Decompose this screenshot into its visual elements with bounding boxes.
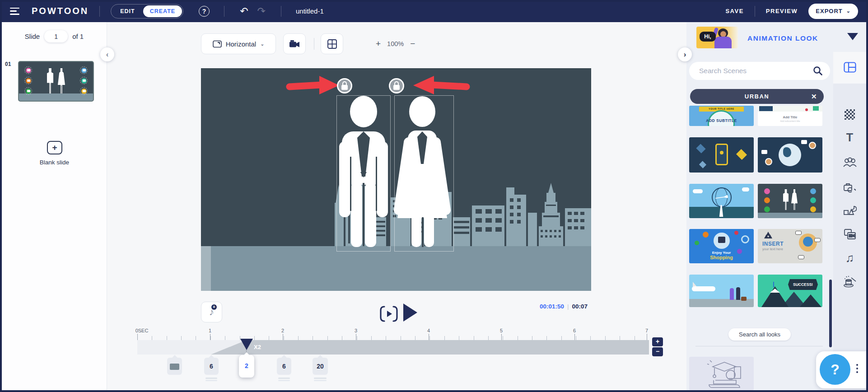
- specials-icon: [843, 275, 857, 288]
- kebab-menu-icon[interactable]: [856, 364, 858, 373]
- search-icon[interactable]: [813, 66, 823, 76]
- slide-canvas[interactable]: [201, 68, 591, 291]
- ruler-label-7: 7: [645, 328, 648, 333]
- thumb-icon-yellow: [80, 87, 88, 95]
- search-placeholder: Search Scenes: [699, 67, 813, 75]
- sidebar-item-specials[interactable]: [833, 270, 866, 293]
- lock-icon-man[interactable]: [337, 78, 352, 93]
- panel-dropdown-caret[interactable]: [847, 33, 858, 40]
- sidebar-item-media[interactable]: [833, 223, 866, 246]
- zoom-in-button[interactable]: +: [376, 39, 381, 49]
- look-thumb-global-network[interactable]: [758, 137, 822, 173]
- collapse-left-panel-button[interactable]: ‹: [100, 47, 114, 61]
- ruler-label-4: 4: [427, 328, 430, 333]
- education-sketch-icon: [689, 357, 754, 390]
- preview-button[interactable]: PREVIEW: [766, 8, 798, 14]
- timeline-marker-1[interactable]: 6: [204, 358, 219, 375]
- look-thumb-insert-text[interactable]: INSERT your text here: [758, 229, 822, 263]
- help-icon[interactable]: ?: [199, 6, 210, 17]
- slide-label: Slide: [25, 33, 40, 40]
- panel-scrollbar[interactable]: [829, 280, 832, 347]
- look-thumb-mobile-app[interactable]: [689, 137, 754, 173]
- playhead-handle[interactable]: [240, 339, 253, 350]
- sidebar-item-shapes[interactable]: [833, 199, 866, 223]
- add-music-button[interactable]: ♪+: [201, 302, 222, 322]
- play-button[interactable]: [403, 303, 417, 322]
- collapse-right-panel-button[interactable]: ›: [678, 47, 692, 61]
- slides-panel: Slide 1 of 1 01 + Blank slide: [2, 22, 107, 390]
- filter-tag-label: URBAN: [745, 93, 769, 100]
- urban-filter-tag[interactable]: URBAN ✕: [690, 89, 824, 104]
- help-button[interactable]: ?: [820, 354, 850, 385]
- ruler-label-2: 2: [281, 328, 284, 333]
- look-thumb-add-title[interactable]: Add Title Add subcontent title: [758, 106, 822, 126]
- save-button[interactable]: SAVE: [725, 8, 743, 14]
- timeline-marker-3[interactable]: 6: [277, 358, 291, 375]
- zoom-out-button[interactable]: −: [410, 39, 415, 49]
- timeline-marker-2-selected[interactable]: 2: [239, 355, 254, 378]
- hamburger-menu-icon[interactable]: [10, 8, 20, 15]
- divider: [224, 6, 224, 17]
- timeline-zoom-out-button[interactable]: −: [652, 347, 663, 356]
- slide-thumbnail[interactable]: [18, 61, 94, 102]
- close-icon[interactable]: ✕: [811, 93, 817, 101]
- blank-slide-label: Blank slide: [2, 159, 107, 166]
- undo-icon[interactable]: ↶: [240, 5, 248, 17]
- woman-selection-box[interactable]: [394, 95, 454, 252]
- sidebar-item-sound[interactable]: ♫: [833, 246, 866, 270]
- thumb-icon-teal: [80, 77, 88, 84]
- slide-total: of 1: [72, 33, 84, 40]
- add-blank-slide-button[interactable]: +: [47, 141, 62, 154]
- timeline-zoom-in-button[interactable]: +: [652, 337, 663, 346]
- sidebar-item-text[interactable]: T: [833, 126, 866, 149]
- chevron-down-icon: ⌄: [846, 8, 851, 14]
- search-scenes-input[interactable]: Search Scenes: [689, 62, 830, 80]
- create-mode-button[interactable]: CREATE: [143, 5, 182, 17]
- divider: [99, 6, 100, 17]
- edit-mode-button[interactable]: EDIT: [112, 8, 143, 14]
- sidebar-item-backgrounds[interactable]: [833, 103, 866, 126]
- look-thumb-travel-globe[interactable]: [689, 184, 754, 218]
- search-all-looks-button[interactable]: Search all looks: [728, 328, 791, 341]
- grid-icon: [327, 39, 337, 49]
- export-button[interactable]: EXPORT ⌄: [808, 4, 858, 19]
- text-icon: T: [846, 131, 853, 144]
- thumb-icon-green: [24, 87, 32, 95]
- play-from-here-button[interactable]: [379, 306, 398, 322]
- panel-title: ANIMATION LOOK: [747, 34, 818, 42]
- thumb-insert-line2: your text here: [762, 247, 783, 251]
- speed-label: X2: [254, 344, 261, 350]
- look-avatar[interactable]: Hi,: [696, 27, 738, 48]
- timeline-marker-4[interactable]: 20: [313, 358, 328, 375]
- thumb-success-badge: SUCCESS!: [788, 279, 818, 290]
- camera-icon: [289, 39, 300, 48]
- orientation-dropdown[interactable]: Horizontal ⌄: [201, 33, 276, 54]
- thumb-subtitle-text: ADD SUBTITLE: [689, 118, 754, 123]
- ruler-label-3: 3: [355, 328, 357, 333]
- look-thumb-success[interactable]: SUCCESS!: [758, 275, 822, 307]
- look-thumb-education-sketch[interactable]: [689, 357, 754, 390]
- media-icon: [844, 229, 856, 240]
- top-navbar: POWTOON EDIT CREATE ? ↶ ↷ untitled-1 SAV…: [0, 0, 868, 22]
- help-widget: ?: [816, 351, 868, 388]
- sidebar-item-props[interactable]: [833, 176, 866, 199]
- man-selection-box[interactable]: [336, 95, 391, 252]
- grid-button[interactable]: [321, 33, 343, 54]
- look-thumb-enjoy-shopping[interactable]: Enjoy Your Shopping: [689, 229, 754, 263]
- lock-icon-woman[interactable]: [389, 78, 404, 93]
- camera-button[interactable]: [283, 33, 306, 54]
- document-title[interactable]: untitled-1: [296, 7, 324, 15]
- sidebar-item-scenes[interactable]: [833, 56, 866, 79]
- look-thumb-urban-couple[interactable]: [758, 184, 822, 218]
- timeline-track[interactable]: X2 + −: [137, 340, 649, 355]
- look-thumb-airport[interactable]: [689, 275, 754, 307]
- ruler-label-5: 5: [500, 328, 503, 333]
- sidebar-item-characters[interactable]: [833, 150, 866, 174]
- redo-icon[interactable]: ↷: [257, 5, 266, 17]
- slide-number-input[interactable]: 1: [44, 30, 68, 42]
- ruler-label-1: 1: [209, 328, 211, 333]
- timeline-marker-scene[interactable]: [167, 358, 182, 375]
- scenes-icon: [844, 62, 856, 73]
- edit-create-toggle[interactable]: EDIT CREATE: [111, 4, 183, 19]
- look-thumb-title-globe[interactable]: YOUR TITLE HERE ADD SUBTITLE: [689, 106, 754, 126]
